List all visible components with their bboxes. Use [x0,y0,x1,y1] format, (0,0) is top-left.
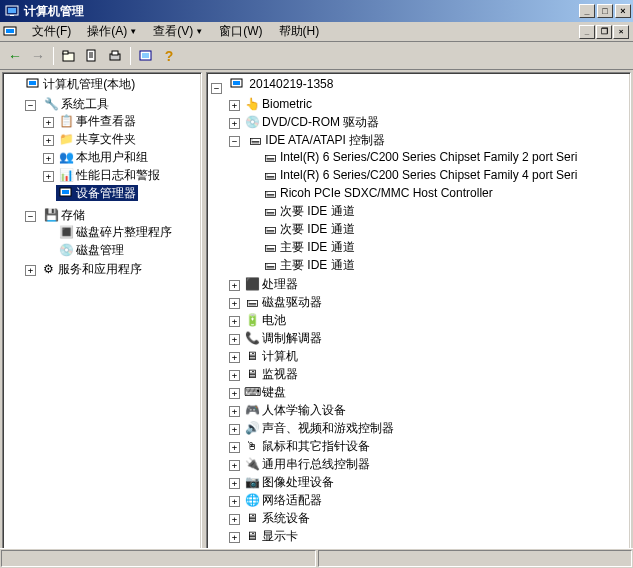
tree-system-tools[interactable]: 🔧 系统工具 [41,96,111,112]
cat-hid[interactable]: 🎮人体学输入设备 [242,402,348,418]
expand-button[interactable]: + [43,117,54,128]
mdi-restore-button[interactable]: ❐ [596,25,612,39]
mdi-minimize-button[interactable]: _ [579,25,595,39]
expand-button[interactable]: + [229,406,240,417]
computer-icon: 🖥 [244,348,260,364]
left-tree-pane[interactable]: 计算机管理(本地) − 🔧 系统工具 +📋事件查看器 +📁共享文件夹 [2,72,202,563]
expand-button[interactable]: + [229,370,240,381]
expand-button[interactable]: + [229,460,240,471]
print-button[interactable] [104,45,126,67]
storage-icon: 💾 [43,207,59,223]
sound-icon: 🔊 [244,420,260,436]
system-icon: 🖥 [244,510,260,526]
cat-biometric[interactable]: 👆Biometric [242,96,314,112]
cat-network[interactable]: 🌐网络适配器 [242,492,324,508]
status-bar [0,548,633,568]
expand-button[interactable]: + [229,316,240,327]
back-button[interactable]: ← [4,45,26,67]
cat-modem[interactable]: 📞调制解调器 [242,330,324,346]
expand-button[interactable]: + [43,171,54,182]
close-button[interactable]: × [615,4,631,18]
cat-ide-atapi[interactable]: 🖴IDE ATA/ATAPI 控制器 [245,132,387,148]
collapse-button[interactable]: − [229,136,240,147]
expand-button[interactable]: + [229,118,240,129]
cat-mouse[interactable]: 🖱鼠标和其它指针设备 [242,438,372,454]
cat-computer[interactable]: 🖥计算机 [242,348,300,364]
controller-icon: 🖴 [262,185,278,201]
expand-button[interactable]: + [229,334,240,345]
expand-button[interactable]: + [229,388,240,399]
menu-action[interactable]: 操作(A)▼ [79,21,145,42]
expand-button[interactable]: + [229,514,240,525]
menu-file[interactable]: 文件(F) [24,21,79,42]
dev-sec-ide-2[interactable]: 🖴次要 IDE 通道 [260,221,357,237]
monitor-icon: 🖥 [244,366,260,382]
tree-root[interactable]: 计算机管理(本地) [23,76,137,92]
dev-pri-ide-1[interactable]: 🖴主要 IDE 通道 [260,239,357,255]
forward-button[interactable]: → [27,45,49,67]
tree-disk-mgmt[interactable]: 💿磁盘管理 [56,242,126,258]
device-root[interactable]: 20140219-1358 [227,76,337,92]
mdi-close-button[interactable]: × [613,25,629,39]
modem-icon: 📞 [244,330,260,346]
expand-button[interactable]: + [43,153,54,164]
status-cell [1,550,316,567]
tree-shared-folders[interactable]: 📁共享文件夹 [56,131,138,147]
network-icon: 🌐 [244,492,260,508]
tree-storage[interactable]: 💾 存储 [41,207,87,223]
computer-icon [25,76,41,92]
cat-display[interactable]: 🖥显示卡 [242,528,300,544]
tree-perf-logs[interactable]: 📊性能日志和警报 [56,167,162,183]
cat-battery[interactable]: 🔋电池 [242,312,288,328]
tree-event-viewer[interactable]: 📋事件查看器 [56,113,138,129]
collapse-button[interactable]: − [25,100,36,111]
menu-help[interactable]: 帮助(H) [271,21,328,42]
svg-rect-14 [142,53,149,58]
cat-monitor[interactable]: 🖥监视器 [242,366,300,382]
expand-button[interactable]: + [25,265,36,276]
cat-processor[interactable]: ⬛处理器 [242,276,300,292]
expand-button[interactable]: + [229,496,240,507]
tree-services-apps[interactable]: ⚙服务和应用程序 [38,261,144,277]
expand-button[interactable]: + [229,532,240,543]
cat-usb[interactable]: 🔌通用串行总线控制器 [242,456,372,472]
expand-button[interactable]: + [229,280,240,291]
minimize-button[interactable]: _ [579,4,595,18]
cat-sound[interactable]: 🔊声音、视频和游戏控制器 [242,420,396,436]
right-tree-pane[interactable]: − 20140219-1358 +👆Biometric +💿DVD/CD-ROM… [206,72,631,563]
cat-imaging[interactable]: 📷图像处理设备 [242,474,336,490]
mouse-icon: 🖱 [244,438,260,454]
dev-ricoh[interactable]: 🖴Ricoh PCIe SDXC/MMC Host Controller [260,185,495,201]
dev-sec-ide-1[interactable]: 🖴次要 IDE 通道 [260,203,357,219]
refresh-button[interactable] [135,45,157,67]
collapse-button[interactable]: − [211,83,222,94]
dev-intel-4port[interactable]: 🖴Intel(R) 6 Series/C200 Series Chipset F… [260,167,579,183]
expand-button[interactable]: + [229,298,240,309]
services-icon: ⚙ [40,261,56,277]
dev-intel-2port[interactable]: 🖴Intel(R) 6 Series/C200 Series Chipset F… [260,149,579,165]
help-button[interactable]: ? [158,45,180,67]
imaging-icon: 📷 [244,474,260,490]
up-button[interactable] [58,45,80,67]
expand-button[interactable]: + [229,424,240,435]
collapse-button[interactable]: − [25,211,36,222]
tree-local-users[interactable]: 👥本地用户和组 [56,149,150,165]
expand-button[interactable]: + [43,135,54,146]
cat-dvdcd[interactable]: 💿DVD/CD-ROM 驱动器 [242,114,381,130]
tree-device-manager[interactable]: 设备管理器 [56,185,138,201]
tools-icon: 🔧 [43,96,59,112]
properties-button[interactable] [81,45,103,67]
expand-button[interactable]: + [229,100,240,111]
tree-defrag[interactable]: 🔳磁盘碎片整理程序 [56,224,174,240]
expand-button[interactable]: + [229,352,240,363]
expand-button[interactable]: + [229,478,240,489]
cat-keyboard[interactable]: ⌨键盘 [242,384,288,400]
menu-window[interactable]: 窗口(W) [211,21,270,42]
maximize-button[interactable]: □ [597,4,613,18]
menu-view[interactable]: 查看(V)▼ [145,21,211,42]
users-icon: 👥 [58,149,74,165]
dev-pri-ide-2[interactable]: 🖴主要 IDE 通道 [260,257,357,273]
cat-disk-drives[interactable]: 🖴磁盘驱动器 [242,294,324,310]
cat-system-dev[interactable]: 🖥系统设备 [242,510,312,526]
expand-button[interactable]: + [229,442,240,453]
